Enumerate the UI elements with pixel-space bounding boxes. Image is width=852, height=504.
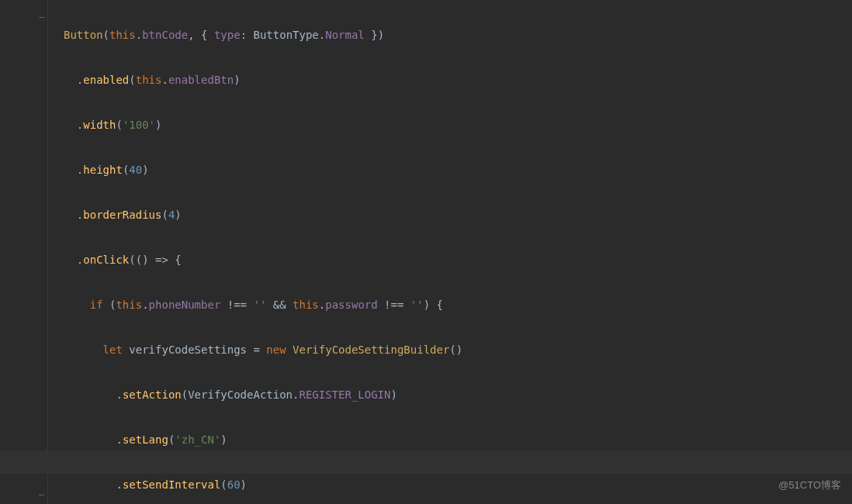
code-editor[interactable]: Button(this.btnCode, { type: ButtonType.…: [48, 0, 724, 504]
watermark: @51CTO博客: [778, 474, 841, 496]
code-line: let verifyCodeSettings = new VerifyCodeS…: [64, 339, 724, 361]
code-line: .enabled(this.enabledBtn): [64, 69, 724, 91]
code-line: if (this.phoneNumber !== '' && this.pass…: [64, 294, 724, 316]
code-line: .borderRadius(4): [64, 204, 724, 226]
fold-icon: —: [39, 6, 44, 29]
code-line: .setSendInterval(60): [64, 474, 724, 496]
code-line: .setLang('zh_CN'): [64, 429, 724, 451]
code-line: .height(40): [64, 159, 724, 181]
code-line: .setAction(VerifyCodeAction.REGISTER_LOG…: [64, 384, 724, 406]
code-line: Button(this.btnCode, { type: ButtonType.…: [64, 24, 724, 47]
code-line: .onClick(() => {: [64, 249, 724, 271]
code-line: .width('100'): [64, 114, 724, 136]
fold-icon: —: [39, 484, 44, 504]
editor-gutter: — —: [0, 0, 48, 504]
